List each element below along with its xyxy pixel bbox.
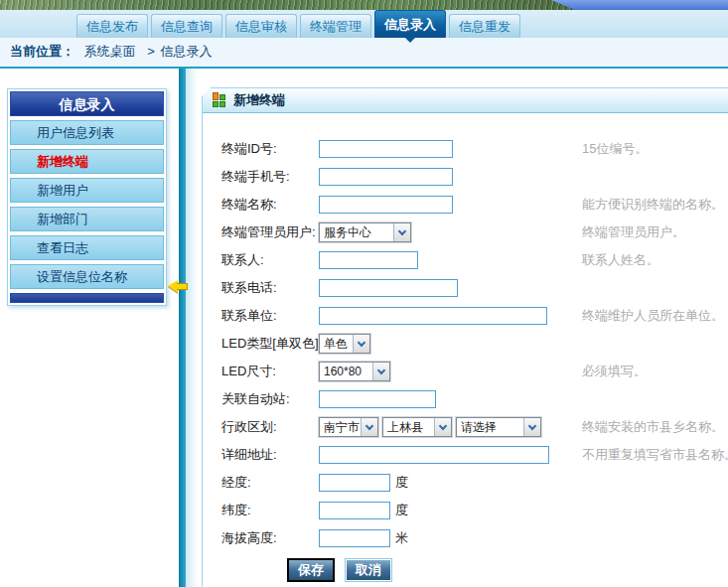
detailed-address-input[interactable]	[319, 446, 549, 464]
admin-region-label: 行政区划:	[221, 418, 319, 436]
tab-info-review[interactable]: 信息审核	[225, 14, 297, 38]
chevron-down-icon	[361, 418, 377, 436]
sidebar-item-view-logs[interactable]: 查看日志	[10, 235, 164, 260]
terminal-admin-user-select[interactable]: 服务中心	[319, 222, 411, 242]
panel-header: 新增终端	[203, 88, 728, 113]
led-type-label: LED类型[单双色]:	[221, 335, 319, 353]
cancel-button[interactable]: 取消	[345, 558, 392, 582]
terminal-id-label: 终端ID号:	[221, 140, 319, 158]
sidebar-item-new-department[interactable]: 新增部门	[10, 207, 164, 231]
main-nav-tabs: 信息发布信息查询信息审核终端管理信息录入信息重发	[76, 10, 520, 38]
banner-sky-wedge	[551, 0, 728, 10]
breadcrumb-separator: >	[147, 44, 155, 59]
sidebar-splitter[interactable]	[179, 69, 186, 587]
led-size-hint: 必须填写。	[582, 363, 647, 380]
collapse-sidebar-arrow-icon[interactable]	[168, 280, 190, 293]
sidebar-menu: 信息录入 用户信息列表新增终端新增用户新增部门查看日志设置信息位名称	[7, 88, 167, 306]
latitude-input[interactable]	[319, 502, 390, 519]
form-row-admin-region: 行政区划:南宁市上林县请选择终端安装的市县乡名称。	[203, 413, 728, 441]
form-row-detailed-address: 详细地址:不用重复填写省市县名称。	[203, 441, 728, 469]
sidebar-item-new-user[interactable]: 新增用户	[10, 178, 164, 203]
breadcrumb: 当前位置： 系统桌面 > 信息录入	[0, 38, 728, 69]
sidebar-item-new-terminal[interactable]: 新增终端	[10, 149, 164, 174]
led-size-select[interactable]: 160*80	[319, 362, 390, 381]
longitude-input[interactable]	[319, 474, 390, 492]
longitude-unit-label: 度	[395, 474, 408, 492]
new-terminal-panel: 新增终端 终端ID号:15位编号。终端手机号:终端名称:能方便识别终端的名称。终…	[202, 87, 728, 587]
terminal-phone-input[interactable]	[319, 168, 453, 186]
form-row-latitude: 纬度:度	[203, 497, 728, 524]
contact-org-hint: 终端维护人员所在单位。	[582, 307, 724, 325]
arrow-tail	[177, 283, 188, 290]
terminal-name-input[interactable]	[319, 196, 453, 214]
contact-org-input[interactable]	[319, 307, 547, 325]
terminal-admin-user-hint: 终端管理员用户。	[582, 223, 685, 241]
chevron-down-icon	[434, 418, 451, 436]
sidebar-items: 用户信息列表新增终端新增用户新增部门查看日志设置信息位名称	[10, 120, 164, 289]
linked-auto-station-label: 关联自动站:	[221, 390, 319, 408]
detailed-address-hint: 不用重复填写省市县名称。	[582, 446, 728, 464]
contact-person-label: 联系人:	[221, 251, 319, 269]
tab-info-entry[interactable]: 信息录入	[374, 10, 446, 38]
terminal-id-input[interactable]	[319, 140, 453, 158]
panel-title: 新增终端	[233, 91, 285, 109]
contact-org-label: 联系单位:	[221, 307, 319, 325]
tab-info-resend[interactable]: 信息重发	[449, 14, 520, 38]
sidebar-footer-bar	[10, 293, 164, 303]
altitude-input[interactable]	[319, 529, 390, 547]
chevron-down-icon	[353, 335, 369, 353]
detailed-address-label: 详细地址:	[221, 446, 319, 464]
tab-info-query[interactable]: 信息查询	[151, 14, 222, 38]
admin-region-hint: 终端安装的市县乡名称。	[582, 418, 724, 436]
form-row-altitude: 海拔高度:米	[203, 524, 728, 552]
breadcrumb-current: 信息录入	[160, 44, 212, 59]
sidebar-item-user-info-list[interactable]: 用户信息列表	[10, 120, 164, 145]
admin-region-city-select[interactable]: 南宁市	[319, 417, 378, 437]
form-row-terminal-admin-user: 终端管理员用户:服务中心终端管理员用户。	[203, 219, 728, 246]
latitude-unit-label: 度	[395, 502, 408, 519]
admin-region-county-select[interactable]: 上林县	[382, 417, 452, 437]
altitude-label: 海拔高度:	[221, 529, 319, 547]
terminal-id-hint: 15位编号。	[582, 140, 648, 158]
contact-person-input[interactable]	[319, 251, 418, 269]
terminal-name-hint: 能方便识别终端的名称。	[582, 196, 724, 214]
form-row-terminal-phone: 终端手机号:	[203, 163, 728, 191]
tab-terminal-manage[interactable]: 终端管理	[300, 14, 371, 38]
longitude-label: 经度:	[221, 474, 319, 492]
latitude-label: 纬度:	[221, 502, 319, 519]
form-row-led-type: LED类型[单双色]:单色	[203, 330, 728, 358]
altitude-unit-label: 米	[395, 529, 408, 547]
sidebar-item-set-info-slot-name[interactable]: 设置信息位名称	[10, 264, 164, 289]
banner-photo	[0, 0, 728, 10]
chevron-down-icon	[393, 223, 410, 241]
terminal-phone-label: 终端手机号:	[221, 168, 319, 186]
form-row-contact-person: 联系人:联系人姓名。	[203, 246, 728, 274]
contact-phone-label: 联系电话:	[221, 279, 319, 297]
form-row-led-size: LED尺寸:160*80必须填写。	[203, 358, 728, 385]
terminal-name-label: 终端名称:	[221, 196, 319, 214]
chevron-down-icon	[523, 418, 540, 436]
led-type-select[interactable]: 单色	[319, 334, 370, 354]
save-button[interactable]: 保存	[287, 558, 335, 582]
contact-phone-input[interactable]	[319, 279, 458, 297]
main-nav-bar: 信息发布信息查询信息审核终端管理信息录入信息重发	[0, 10, 728, 38]
led-size-label: LED尺寸:	[221, 363, 319, 380]
form-row-longitude: 经度:度	[203, 469, 728, 497]
form-buttons: 保存 取消	[203, 558, 728, 582]
tab-info-publish[interactable]: 信息发布	[76, 14, 148, 38]
breadcrumb-link-system-desktop[interactable]: 系统桌面	[84, 44, 136, 59]
form-row-linked-auto-station: 关联自动站:	[203, 385, 728, 413]
new-terminal-form: 终端ID号:15位编号。终端手机号:终端名称:能方便识别终端的名称。终端管理员用…	[203, 113, 728, 552]
form-row-terminal-name: 终端名称:能方便识别终端的名称。	[203, 191, 728, 219]
terminal-admin-user-label: 终端管理员用户:	[221, 223, 319, 241]
page: 信息发布信息查询信息审核终端管理信息录入信息重发 当前位置： 系统桌面 > 信息…	[0, 0, 728, 587]
form-row-contact-phone: 联系电话:	[203, 274, 728, 302]
linked-auto-station-input[interactable]	[319, 390, 436, 408]
admin-region-town-select[interactable]: 请选择	[456, 417, 541, 437]
form-row-contact-org: 联系单位:终端维护人员所在单位。	[203, 302, 728, 330]
module-squares-icon	[213, 94, 225, 107]
chevron-down-icon	[372, 363, 389, 380]
contact-person-hint: 联系人姓名。	[582, 251, 659, 269]
sidebar-title: 信息录入	[10, 91, 164, 116]
breadcrumb-prefix: 当前位置：	[10, 44, 74, 59]
